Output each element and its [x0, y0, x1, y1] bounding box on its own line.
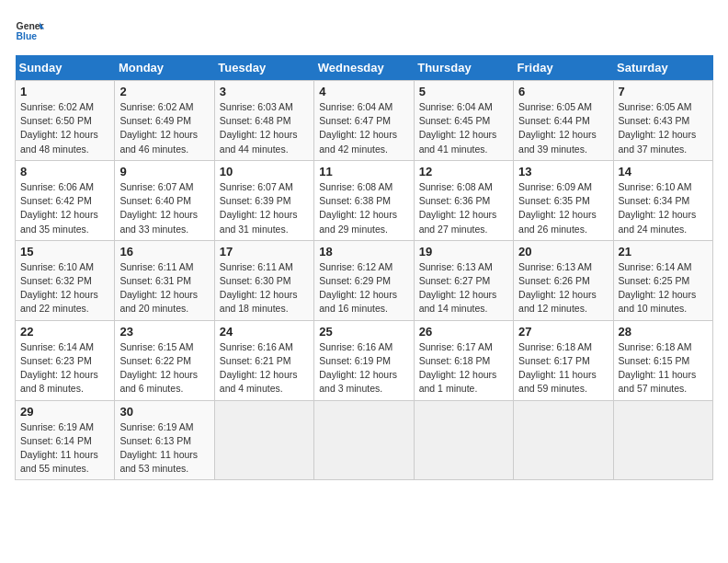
calendar-cell: 29Sunrise: 6:19 AMSunset: 6:14 PMDayligh…: [16, 400, 115, 480]
day-number: 5: [419, 85, 508, 98]
day-number: 12: [419, 165, 508, 178]
day-number: 19: [419, 245, 508, 259]
day-number: 28: [619, 325, 708, 339]
day-number: 4: [319, 85, 408, 98]
calendar-cell: 22Sunrise: 6:14 AMSunset: 6:23 PMDayligh…: [16, 320, 115, 400]
day-number: 3: [220, 85, 309, 98]
day-detail: Sunrise: 6:16 AMSunset: 6:21 PMDaylight:…: [220, 341, 298, 395]
day-number: 20: [518, 245, 608, 259]
calendar-cell: 18Sunrise: 6:12 AMSunset: 6:29 PMDayligh…: [314, 240, 414, 320]
day-number: 24: [220, 325, 309, 339]
day-number: 30: [119, 405, 209, 419]
svg-text:Blue: Blue: [17, 31, 38, 41]
calendar-cell: [214, 400, 313, 480]
day-number: 1: [20, 85, 109, 98]
day-detail: Sunrise: 6:14 AMSunset: 6:23 PMDaylight:…: [20, 341, 98, 395]
calendar-cell: [514, 400, 613, 480]
page-header: General Blue: [15, 15, 713, 44]
day-number: 16: [119, 245, 209, 259]
day-number: 14: [619, 165, 708, 178]
day-detail: Sunrise: 6:05 AMSunset: 6:43 PMDaylight:…: [619, 101, 697, 155]
day-detail: Sunrise: 6:07 AMSunset: 6:39 PMDaylight:…: [220, 181, 298, 235]
calendar-cell: [613, 400, 712, 480]
day-number: 7: [619, 85, 708, 98]
calendar-cell: 14Sunrise: 6:10 AMSunset: 6:34 PMDayligh…: [613, 160, 712, 240]
day-detail: Sunrise: 6:04 AMSunset: 6:45 PMDaylight:…: [419, 101, 497, 155]
day-detail: Sunrise: 6:14 AMSunset: 6:25 PMDaylight:…: [619, 261, 697, 315]
logo-icon: General Blue: [15, 15, 44, 44]
calendar-cell: 3Sunrise: 6:03 AMSunset: 6:48 PMDaylight…: [214, 81, 313, 161]
day-detail: Sunrise: 6:06 AMSunset: 6:42 PMDaylight:…: [20, 181, 98, 235]
column-header-wednesday: Wednesday: [314, 55, 414, 81]
column-header-tuesday: Tuesday: [214, 55, 313, 81]
day-number: 11: [319, 165, 408, 178]
day-number: 17: [220, 245, 309, 259]
calendar-cell: 21Sunrise: 6:14 AMSunset: 6:25 PMDayligh…: [613, 240, 712, 320]
day-detail: Sunrise: 6:18 AMSunset: 6:15 PMDaylight:…: [619, 341, 697, 395]
day-detail: Sunrise: 6:15 AMSunset: 6:22 PMDaylight:…: [119, 341, 198, 395]
day-number: 15: [20, 245, 109, 259]
calendar-cell: 19Sunrise: 6:13 AMSunset: 6:27 PMDayligh…: [414, 240, 513, 320]
day-detail: Sunrise: 6:10 AMSunset: 6:34 PMDaylight:…: [619, 181, 697, 235]
day-detail: Sunrise: 6:16 AMSunset: 6:19 PMDaylight:…: [319, 341, 397, 395]
day-number: 21: [619, 245, 708, 259]
calendar-week-1: 1Sunrise: 6:02 AMSunset: 6:50 PMDaylight…: [16, 81, 713, 161]
calendar-cell: 1Sunrise: 6:02 AMSunset: 6:50 PMDaylight…: [16, 81, 115, 161]
calendar-week-3: 15Sunrise: 6:10 AMSunset: 6:32 PMDayligh…: [16, 240, 713, 320]
calendar-cell: 25Sunrise: 6:16 AMSunset: 6:19 PMDayligh…: [314, 320, 414, 400]
calendar-week-5: 29Sunrise: 6:19 AMSunset: 6:14 PMDayligh…: [16, 400, 713, 480]
calendar-cell: 23Sunrise: 6:15 AMSunset: 6:22 PMDayligh…: [115, 320, 214, 400]
day-number: 18: [319, 245, 408, 259]
day-number: 13: [518, 165, 608, 178]
calendar-cell: 17Sunrise: 6:11 AMSunset: 6:30 PMDayligh…: [214, 240, 313, 320]
column-header-thursday: Thursday: [414, 55, 513, 81]
day-number: 29: [20, 405, 109, 419]
day-detail: Sunrise: 6:19 AMSunset: 6:13 PMDaylight:…: [119, 421, 198, 475]
calendar-header-row: SundayMondayTuesdayWednesdayThursdayFrid…: [16, 55, 713, 81]
day-number: 2: [119, 85, 209, 98]
day-number: 9: [119, 165, 209, 178]
day-number: 6: [518, 85, 608, 98]
day-number: 26: [419, 325, 508, 339]
column-header-monday: Monday: [115, 55, 214, 81]
day-detail: Sunrise: 6:03 AMSunset: 6:48 PMDaylight:…: [220, 101, 298, 155]
day-number: 22: [20, 325, 109, 339]
day-detail: Sunrise: 6:02 AMSunset: 6:50 PMDaylight:…: [20, 101, 98, 155]
calendar-cell: 10Sunrise: 6:07 AMSunset: 6:39 PMDayligh…: [214, 160, 313, 240]
calendar-cell: 13Sunrise: 6:09 AMSunset: 6:35 PMDayligh…: [514, 160, 613, 240]
calendar-cell: 28Sunrise: 6:18 AMSunset: 6:15 PMDayligh…: [613, 320, 712, 400]
day-detail: Sunrise: 6:09 AMSunset: 6:35 PMDaylight:…: [518, 181, 597, 235]
calendar-cell: [414, 400, 513, 480]
calendar-cell: 6Sunrise: 6:05 AMSunset: 6:44 PMDaylight…: [514, 81, 613, 161]
day-number: 8: [20, 165, 109, 178]
day-number: 25: [319, 325, 408, 339]
calendar-cell: [314, 400, 414, 480]
column-header-friday: Friday: [514, 55, 613, 81]
day-detail: Sunrise: 6:05 AMSunset: 6:44 PMDaylight:…: [518, 101, 597, 155]
column-header-sunday: Sunday: [16, 55, 115, 81]
calendar-cell: 27Sunrise: 6:18 AMSunset: 6:17 PMDayligh…: [514, 320, 613, 400]
day-detail: Sunrise: 6:13 AMSunset: 6:26 PMDaylight:…: [518, 261, 597, 315]
day-detail: Sunrise: 6:17 AMSunset: 6:18 PMDaylight:…: [419, 341, 497, 395]
day-detail: Sunrise: 6:12 AMSunset: 6:29 PMDaylight:…: [319, 261, 397, 315]
logo: General Blue: [15, 15, 44, 44]
calendar-table: SundayMondayTuesdayWednesdayThursdayFrid…: [15, 55, 713, 480]
day-detail: Sunrise: 6:07 AMSunset: 6:40 PMDaylight:…: [119, 181, 198, 235]
calendar-cell: 24Sunrise: 6:16 AMSunset: 6:21 PMDayligh…: [214, 320, 313, 400]
calendar-cell: 9Sunrise: 6:07 AMSunset: 6:40 PMDaylight…: [115, 160, 214, 240]
day-detail: Sunrise: 6:08 AMSunset: 6:38 PMDaylight:…: [319, 181, 397, 235]
calendar-cell: 5Sunrise: 6:04 AMSunset: 6:45 PMDaylight…: [414, 81, 513, 161]
calendar-cell: 4Sunrise: 6:04 AMSunset: 6:47 PMDaylight…: [314, 81, 414, 161]
column-header-saturday: Saturday: [613, 55, 712, 81]
calendar-cell: 15Sunrise: 6:10 AMSunset: 6:32 PMDayligh…: [16, 240, 115, 320]
calendar-cell: 12Sunrise: 6:08 AMSunset: 6:36 PMDayligh…: [414, 160, 513, 240]
calendar-cell: 26Sunrise: 6:17 AMSunset: 6:18 PMDayligh…: [414, 320, 513, 400]
day-detail: Sunrise: 6:08 AMSunset: 6:36 PMDaylight:…: [419, 181, 497, 235]
day-detail: Sunrise: 6:02 AMSunset: 6:49 PMDaylight:…: [119, 101, 198, 155]
day-detail: Sunrise: 6:19 AMSunset: 6:14 PMDaylight:…: [20, 421, 98, 475]
day-number: 23: [119, 325, 209, 339]
calendar-week-2: 8Sunrise: 6:06 AMSunset: 6:42 PMDaylight…: [16, 160, 713, 240]
calendar-week-4: 22Sunrise: 6:14 AMSunset: 6:23 PMDayligh…: [16, 320, 713, 400]
day-detail: Sunrise: 6:18 AMSunset: 6:17 PMDaylight:…: [518, 341, 597, 395]
day-detail: Sunrise: 6:11 AMSunset: 6:30 PMDaylight:…: [220, 261, 298, 315]
